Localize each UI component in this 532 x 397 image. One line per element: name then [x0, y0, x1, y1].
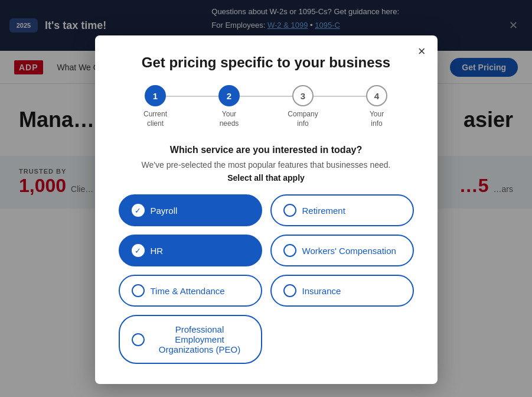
modal-dialog: × Get pricing specific to your business …	[95, 35, 438, 384]
step-1: 1 Currentclient	[119, 85, 192, 128]
hr-check-icon: ✓	[132, 244, 145, 257]
modal-subtext: We've pre-selected the most popular feat…	[119, 160, 414, 170]
workers-comp-label: Workers' Compensation	[302, 246, 396, 256]
modal-close-button[interactable]: ×	[418, 45, 426, 58]
step-label-4: Yourinfo	[370, 110, 384, 128]
hr-label: HR	[151, 246, 164, 256]
retirement-label: Retirement	[302, 206, 345, 216]
service-workers-comp-button[interactable]: Workers' Compensation	[270, 235, 414, 266]
services-grid: ✓ Payroll Retirement ✓ HR Workers' Compe…	[119, 194, 414, 364]
service-retirement-button[interactable]: Retirement	[270, 194, 414, 226]
step-circle-1: 1	[145, 85, 166, 106]
peo-check-icon	[132, 333, 145, 346]
insurance-check-icon	[283, 284, 296, 297]
service-hr-button[interactable]: ✓ HR	[119, 235, 262, 266]
modal-question: Which service are you interested in toda…	[119, 145, 414, 155]
time-attendance-check-icon	[132, 284, 145, 297]
payroll-label: Payroll	[151, 206, 178, 216]
step-4: 4 Yourinfo	[340, 85, 414, 128]
modal-overlay: × Get pricing specific to your business …	[0, 0, 532, 397]
service-time-attendance-button[interactable]: Time & Attendance	[119, 275, 262, 307]
step-2: 2 Yourneeds	[192, 85, 266, 128]
payroll-check-icon: ✓	[132, 204, 145, 217]
step-circle-3: 3	[292, 85, 314, 106]
stepper: 1 Currentclient 2 Yourneeds 3 Companyinf…	[119, 85, 414, 128]
modal-select-all: Select all that apply	[119, 173, 414, 183]
retirement-check-icon	[283, 204, 296, 217]
time-attendance-label: Time & Attendance	[151, 286, 225, 296]
step-circle-4: 4	[366, 85, 387, 106]
peo-label: Professional Employment Organizations (P…	[151, 324, 249, 354]
service-peo-button[interactable]: Professional Employment Organizations (P…	[119, 315, 262, 364]
insurance-label: Insurance	[302, 286, 341, 296]
service-insurance-button[interactable]: Insurance	[270, 275, 414, 307]
modal-title: Get pricing specific to your business	[119, 54, 414, 71]
step-3: 3 Companyinfo	[266, 85, 340, 128]
workers-comp-check-icon	[283, 244, 296, 257]
step-label-3: Companyinfo	[288, 110, 318, 128]
step-label-2: Yourneeds	[220, 110, 239, 128]
service-payroll-button[interactable]: ✓ Payroll	[119, 194, 262, 226]
step-circle-2: 2	[218, 85, 240, 106]
step-label-1: Currentclient	[143, 110, 167, 128]
